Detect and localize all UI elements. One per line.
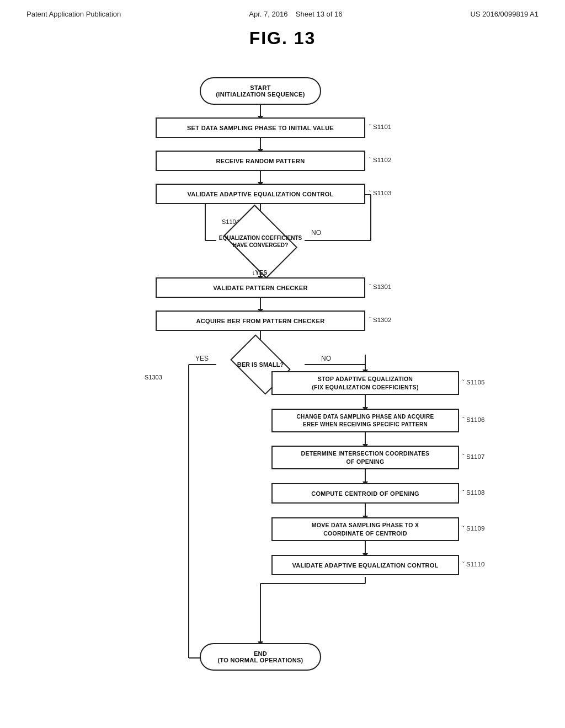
s1109-node: MOVE DATA SAMPLING PHASE TO XCOORDINATE … [271,517,459,541]
s1106-node: CHANGE DATA SAMPLING PHASE AND ACQUIREER… [271,409,459,432]
s1301-node: VALIDATE PATTERN CHECKER [156,277,365,298]
s1105-node: STOP ADAPTIVE EQUALIZATION(FIX EQUALIZAT… [271,371,459,395]
figure-title: FIG. 13 [0,28,565,49]
s1107-node: DETERMINE INTERSECTION COORDINATESOF OPE… [271,446,459,469]
s1103-label: ˇ S1103 [369,190,391,196]
s1101-label: ˇ S1101 [369,124,391,130]
page-header: Patent Application Publication Apr. 7, 2… [0,0,565,18]
end-node: END (TO NORMAL OPERATIONS) [200,643,321,671]
s1303-label: S1303 [145,374,162,381]
s1109-label: ˇ S1109 [462,525,484,532]
equalization-diamond-wrapper: EQUALIZATION COEFFICIENTSHAVE CONVERGED? [194,217,327,266]
s1106-label: ˇ S1106 [462,416,484,423]
diagram-container: NO YES [89,54,476,705]
s1101-node: SET DATA SAMPLING PHASE TO INITIAL VALUE [156,117,365,138]
svg-text:NO: NO [321,355,331,362]
s1105-label: ˇ S1105 [462,379,484,386]
s1302-node: ACQUIRE BER FROM PATTERN CHECKER [156,311,365,331]
header-left: Patent Application Publication [26,10,121,18]
s1108-node: COMPUTE CENTROID OF OPENING [271,483,459,504]
start-node: START (INITIALIZATION SEQUENCE) [200,77,321,105]
s1110-label: ˇ S1110 [462,561,484,568]
s1110-node: VALIDATE ADAPTIVE EQUALIZATION CONTROL [271,555,459,575]
s1102-label: ˇ S1102 [369,157,391,163]
s1301-label: ˇ S1301 [369,283,391,290]
s1302-label: ˇ S1302 [369,317,391,323]
s1107-label: ˇ S1107 [462,453,484,460]
s1108-label: ˇ S1108 [462,489,484,496]
s1102-node: RECEIVE RANDOM PATTERN [156,151,365,171]
header-right: US 2016/0099819 A1 [470,10,539,18]
s1103-node: VALIDATE ADAPTIVE EQUALIZATION CONTROL [156,184,365,204]
header-middle: Apr. 7, 2016 Sheet 13 of 16 [249,10,342,18]
yes-label: ↓YES [252,269,268,276]
